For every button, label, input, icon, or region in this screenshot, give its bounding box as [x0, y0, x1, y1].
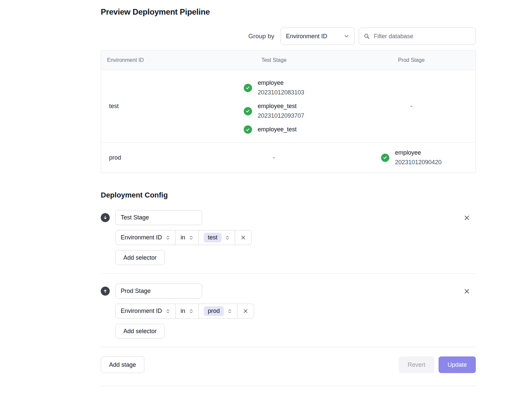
deployment-text: employee_test — [258, 125, 297, 134]
pipeline-table-header: Environment ID Test Stage Prod Stage — [101, 51, 475, 70]
deployment-entry: employee_test 20231012093707 — [244, 101, 304, 121]
close-icon — [464, 288, 470, 294]
selector-key-value: Environment ID — [121, 234, 162, 241]
bottom-divider — [101, 386, 476, 386]
table-row: prod - employee 20231012090420 — [101, 142, 475, 173]
deployment-text: employee 20231012083103 — [258, 78, 304, 97]
selector-operator-select[interactable]: in — [175, 230, 199, 245]
deployment-pipeline-page: Preview Deployment Pipeline Group by Env… — [101, 0, 476, 399]
group-by-selected-value: Environment ID — [286, 33, 327, 40]
deployment-name: employee_test — [258, 101, 304, 111]
deployment-name: employee — [258, 78, 304, 88]
stage-divider — [101, 347, 476, 347]
test-stage-empty-cell: - — [201, 154, 347, 161]
add-selector-button[interactable]: Add selector — [115, 250, 165, 265]
deployment-entry: employee_test — [244, 125, 297, 134]
selector-value-select[interactable]: prod — [199, 304, 237, 318]
selector-row: Environment ID in test — [115, 230, 476, 245]
remove-selector-button[interactable] — [237, 304, 254, 318]
deployment-version: 20231012083103 — [258, 88, 304, 97]
update-button[interactable]: Update — [439, 356, 476, 373]
selector-key-value: Environment ID — [121, 308, 162, 315]
arrow-down-circle-icon — [101, 213, 110, 222]
stage-header — [101, 284, 476, 299]
selector-operator-value: in — [181, 308, 185, 315]
add-selector-button[interactable]: Add selector — [115, 324, 165, 338]
table-row: test employee 20231012083103 — [101, 70, 475, 142]
chevrons-up-down-icon — [166, 235, 170, 240]
deployment-list: employee 20231012090420 — [381, 148, 442, 167]
selector-value-badge: prod — [204, 306, 224, 316]
deployment-name: employee — [395, 148, 442, 158]
close-icon — [241, 235, 246, 240]
remove-selector-button[interactable] — [235, 230, 251, 245]
close-icon — [464, 215, 470, 221]
deployment-name: employee_test — [258, 125, 297, 134]
selector-value-select[interactable]: test — [199, 230, 235, 245]
stage-name-input[interactable] — [115, 210, 202, 225]
search-icon — [364, 33, 370, 39]
chevrons-up-down-icon — [189, 235, 194, 240]
prod-stage-cell: employee 20231012090420 — [347, 148, 475, 167]
deployment-text: employee_test 20231012093707 — [258, 101, 304, 121]
filter-database-search[interactable] — [359, 28, 476, 45]
success-check-icon — [244, 125, 252, 134]
deployment-entry: employee 20231012083103 — [244, 78, 304, 97]
selector-key-select[interactable]: Environment ID — [116, 304, 175, 318]
page-title: Preview Deployment Pipeline — [101, 7, 476, 17]
table-controls: Group by Environment ID — [101, 28, 476, 45]
config-footer: Add stage Revert Update — [101, 356, 476, 373]
close-icon — [243, 309, 248, 314]
chevrons-up-down-icon — [189, 309, 194, 314]
group-by-label: Group by — [248, 33, 274, 40]
stage-name-input[interactable] — [115, 284, 202, 299]
column-header-prod-stage: Prod Stage — [347, 57, 475, 63]
remove-stage-button[interactable] — [463, 213, 471, 222]
prod-stage-empty-cell: - — [347, 103, 475, 110]
stage-header — [101, 210, 476, 225]
filter-database-input[interactable] — [373, 33, 471, 40]
selector-group: Environment ID in prod — [115, 304, 254, 319]
deployment-entry: employee 20231012090420 — [381, 148, 442, 167]
chevrons-up-down-icon — [225, 235, 230, 240]
deployment-version: 20231012093707 — [258, 111, 304, 121]
chevrons-up-down-icon — [227, 309, 232, 314]
remove-stage-button[interactable] — [463, 287, 471, 296]
stage-config-test: Environment ID in test — [101, 210, 476, 265]
deployment-list: employee 20231012083103 employee_test 20… — [244, 78, 304, 134]
stage-config-prod: Environment ID in prod — [101, 284, 476, 338]
success-check-icon — [381, 154, 389, 162]
success-check-icon — [244, 107, 252, 115]
deployment-version: 20231012090420 — [395, 158, 442, 167]
success-check-icon — [244, 84, 252, 92]
environment-id-cell: prod — [101, 154, 201, 161]
selector-row: Environment ID in prod — [115, 304, 476, 319]
deployment-text: employee 20231012090420 — [395, 148, 442, 167]
selector-operator-value: in — [181, 234, 185, 241]
column-header-test-stage: Test Stage — [201, 57, 347, 63]
pipeline-table: Environment ID Test Stage Prod Stage tes… — [101, 50, 476, 173]
revert-button[interactable]: Revert — [399, 356, 434, 373]
column-header-environment-id: Environment ID — [101, 57, 201, 63]
test-stage-cell: employee 20231012083103 employee_test 20… — [201, 78, 347, 134]
selector-value-badge: test — [204, 233, 221, 242]
environment-id-cell: test — [101, 103, 201, 110]
selector-operator-select[interactable]: in — [175, 304, 199, 318]
stage-divider — [101, 273, 476, 274]
selector-key-select[interactable]: Environment ID — [116, 230, 175, 245]
chevrons-up-down-icon — [166, 309, 170, 314]
deployment-config-title: Deployment Config — [101, 191, 476, 200]
chevron-down-icon — [344, 34, 349, 39]
selector-group: Environment ID in test — [115, 230, 252, 245]
group-by-select[interactable]: Environment ID — [280, 28, 355, 45]
add-stage-button[interactable]: Add stage — [101, 356, 144, 373]
arrow-up-circle-icon — [101, 287, 110, 296]
